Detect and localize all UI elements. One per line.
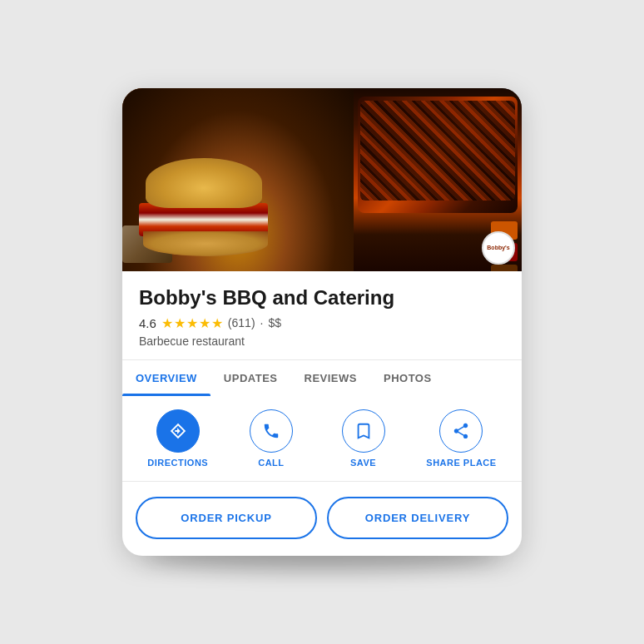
directions-button[interactable]: DIRECTIONS (147, 409, 208, 468)
order-delivery-button[interactable]: ORDER DELIVERY (327, 497, 508, 539)
call-label: CALL (258, 458, 284, 468)
price-range: · (260, 316, 264, 329)
directions-icon (169, 422, 187, 440)
star-1: ★ (161, 315, 173, 331)
sauce-cup-3 (491, 265, 518, 271)
tabs-bar: OVERVIEW UPDATES REVIEWS PHOTOS (122, 359, 522, 396)
rating-row: 4.6 ★ ★ ★ ★ ★ (611) · $$ (139, 315, 505, 331)
call-button[interactable]: CALL (242, 409, 300, 468)
restaurant-logo-badge: Bobby's (482, 231, 515, 265)
tab-reviews[interactable]: REVIEWS (291, 360, 370, 396)
tab-photos[interactable]: PHOTOS (370, 360, 445, 396)
restaurant-name: Bobby's BBQ and Catering (139, 286, 505, 310)
star-4: ★ (199, 315, 211, 331)
price: $$ (268, 316, 281, 329)
call-icon (262, 422, 280, 440)
star-2: ★ (174, 315, 186, 331)
place-card: Bobby's Bobby's BBQ and Catering 4.6 ★ ★… (122, 88, 522, 556)
star-half: ★ (211, 315, 223, 331)
share-button[interactable]: SHARE PLACE (426, 409, 496, 468)
review-count: (611) (228, 316, 255, 329)
actions-section: DIRECTIONS CALL SAVE (122, 396, 522, 482)
directions-label: DIRECTIONS (147, 458, 208, 468)
call-icon-bg (250, 409, 293, 453)
directions-icon-bg (156, 409, 200, 453)
share-label: SHARE PLACE (426, 458, 496, 468)
info-section: Bobby's BBQ and Catering 4.6 ★ ★ ★ ★ ★ (… (122, 271, 522, 348)
stars: ★ ★ ★ ★ ★ (161, 315, 223, 331)
burger-bun-bottom (143, 231, 268, 256)
save-icon-bg (342, 409, 385, 453)
order-pickup-button[interactable]: ORDER PICKUP (136, 497, 317, 539)
images-section: Bobby's (122, 88, 522, 271)
food-image-right: Bobby's (354, 88, 522, 271)
share-icon (452, 422, 470, 440)
brisket-bark (360, 101, 515, 201)
save-label: SAVE (350, 458, 376, 468)
save-icon (354, 422, 373, 440)
card-container: Bobby's Bobby's BBQ and Catering 4.6 ★ ★… (122, 88, 522, 556)
burger-bun-top (146, 158, 262, 208)
share-icon-bg (439, 409, 483, 453)
save-button[interactable]: SAVE (334, 409, 393, 468)
food-image-left (122, 88, 354, 271)
rating-number: 4.6 (139, 316, 156, 330)
tab-updates[interactable]: UPDATES (211, 360, 291, 396)
category: Barbecue restaurant (139, 334, 505, 348)
star-3: ★ (186, 315, 198, 331)
tab-overview[interactable]: OVERVIEW (122, 360, 211, 396)
order-buttons-section: ORDER PICKUP ORDER DELIVERY (122, 482, 522, 556)
